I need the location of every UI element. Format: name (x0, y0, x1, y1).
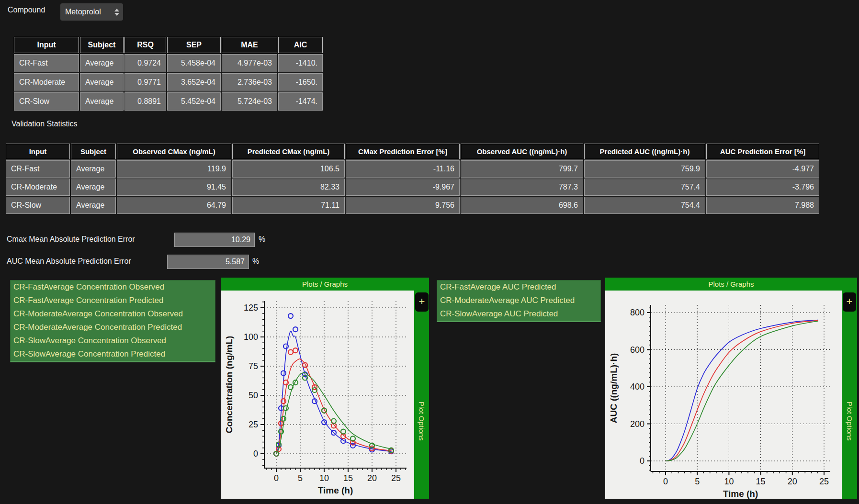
conc-chart: 05101520250255075100125Time (h)Concentra… (221, 291, 414, 499)
table-row: CR-Moderate Average 91.45 82.33 -9.967 7… (6, 179, 819, 196)
app-window: Compound Metoprolol Input Subject RSQ SE… (0, 0, 859, 504)
svg-text:0: 0 (663, 477, 668, 486)
svg-text:15: 15 (343, 473, 353, 483)
table-cell: 3.652e-04 (167, 73, 221, 91)
table-cell: 91.45 (117, 179, 231, 196)
table-cell: -1410. (278, 54, 323, 72)
column-header: Subject (80, 37, 124, 53)
svg-text:25: 25 (391, 473, 401, 483)
list-item[interactable]: CR-ModerateAverage Concentration Predict… (11, 321, 215, 334)
svg-text:Time (h): Time (h) (723, 489, 758, 499)
svg-text:200: 200 (630, 419, 644, 429)
svg-text:50: 50 (249, 391, 258, 400)
svg-text:10: 10 (724, 477, 734, 486)
auc-chart: 05101520250200400600800Time (h)AUC ((ng/… (605, 291, 842, 499)
column-header: MAE (222, 37, 277, 53)
svg-text:800: 800 (630, 308, 644, 317)
list-item[interactable]: CR-FastAverage Concentration Predicted (11, 294, 215, 307)
svg-text:25: 25 (819, 477, 829, 486)
plot-options-tab[interactable]: Plot Options (414, 369, 429, 474)
table-cell: 106.5 (232, 160, 345, 178)
table-cell: 119.9 (117, 160, 231, 178)
svg-text:AUC ((ng/mL)·h): AUC ((ng/mL)·h) (609, 353, 619, 424)
table-cell: -1474. (278, 92, 323, 111)
spinner-down-icon[interactable] (114, 13, 119, 16)
table-cell: -4.977 (706, 160, 819, 178)
compound-value: Metoprolol (65, 3, 101, 21)
table-cell: 82.33 (232, 179, 345, 196)
table-cell: 0.9771 (124, 73, 166, 91)
plot-options-tab[interactable]: Plot Options (842, 369, 857, 474)
table-cell: Average (80, 92, 124, 111)
column-header: RSQ (124, 37, 166, 53)
table-cell: 0.8891 (124, 92, 166, 111)
table-cell: 71.11 (232, 197, 345, 214)
list-item[interactable]: CR-FastAverage AUC Predicted (437, 280, 600, 294)
fit-table: Input Subject RSQ SEP MAE AIC CR-Fast Av… (13, 36, 324, 112)
fit-table-header-row: Input Subject RSQ SEP MAE AIC (14, 37, 323, 53)
compound-select[interactable]: Metoprolol (60, 3, 123, 21)
table-cell: 64.79 (117, 197, 231, 214)
svg-text:0: 0 (640, 456, 644, 466)
svg-text:10: 10 (319, 473, 329, 483)
table-cell: Average (71, 197, 116, 214)
table-cell: Average (71, 160, 116, 178)
svg-text:0: 0 (253, 449, 258, 459)
compound-label: Compound (8, 6, 45, 14)
validation-statistics-label: Validation Statistics (11, 120, 78, 128)
svg-text:100: 100 (244, 332, 258, 342)
table-cell: Average (71, 179, 116, 196)
svg-text:20: 20 (367, 473, 377, 483)
dropdown-spinner-icon[interactable] (114, 3, 119, 21)
table-row: CR-Fast Average 119.9 106.5 -11.16 799.7… (6, 160, 819, 178)
table-cell: -1650. (278, 73, 323, 91)
plot-panel-title: Plots / Graphs (605, 278, 857, 291)
table-cell: 5.452e-04 (167, 92, 221, 111)
table-cell: CR-Slow (6, 197, 70, 214)
column-header: Predicted CMax (ng/mL) (232, 144, 345, 159)
svg-text:125: 125 (244, 303, 258, 313)
svg-text:5: 5 (298, 473, 303, 483)
table-cell: 2.736e-03 (222, 73, 277, 91)
validation-table-header-row: Input Subject Observed CMax (ng/mL) Pred… (6, 144, 819, 159)
list-item[interactable]: CR-SlowAverage Concentration Predicted (11, 347, 215, 361)
table-cell: 0.9724 (124, 54, 166, 72)
table-cell: 5.724e-03 (222, 92, 277, 111)
svg-text:Concentration (ng/mL): Concentration (ng/mL) (224, 336, 234, 434)
table-cell: 698.6 (461, 197, 583, 214)
svg-text:15: 15 (756, 477, 766, 486)
column-header: Observed CMax (ng/mL) (117, 144, 231, 159)
table-cell: CR-Slow (14, 92, 79, 111)
column-header: AIC (278, 37, 323, 53)
table-cell: Average (80, 73, 124, 91)
column-header: SEP (167, 37, 221, 53)
svg-text:5: 5 (695, 477, 700, 486)
list-item[interactable]: CR-SlowAverage Concentration Observed (11, 334, 215, 347)
table-cell: CR-Moderate (14, 73, 79, 91)
auc-plot-area: 05101520250200400600800Time (h)AUC ((ng/… (605, 291, 842, 499)
svg-text:20: 20 (788, 477, 797, 486)
list-item[interactable]: CR-ModerateAverage Concentration Observe… (11, 307, 215, 321)
concentration-legend-list: CR-FastAverage Concentration Observed CR… (10, 280, 215, 362)
table-cell: 787.3 (461, 179, 583, 196)
add-plot-button[interactable]: + (415, 292, 429, 312)
concentration-plot-panel: Plots / Graphs 05101520250255075100125Ti… (221, 278, 429, 499)
add-plot-button[interactable]: + (843, 292, 856, 312)
column-header: CMax Prediction Error [%] (346, 144, 460, 159)
table-cell: 4.977e-03 (222, 54, 277, 72)
cmax-error-field[interactable]: 10.29 (174, 233, 255, 247)
table-row: CR-Fast Average 0.9724 5.458e-04 4.977e-… (14, 54, 323, 72)
cmax-error-label: Cmax Mean Absolute Prediction Error (7, 235, 135, 244)
column-header: Input (14, 37, 79, 53)
list-item[interactable]: CR-FastAverage Concentration Observed (11, 280, 215, 294)
auc-error-field[interactable]: 5.587 (167, 255, 249, 269)
table-cell: Average (80, 54, 124, 72)
table-cell: -9.967 (346, 179, 460, 196)
cmax-error-unit: % (259, 235, 265, 244)
validation-table: Input Subject Observed CMax (ng/mL) Pred… (5, 143, 820, 215)
table-cell: CR-Moderate (6, 179, 70, 196)
spinner-up-icon[interactable] (114, 9, 119, 11)
list-item[interactable]: CR-SlowAverage AUC Predicted (437, 307, 600, 321)
table-cell: 9.756 (346, 197, 460, 214)
list-item[interactable]: CR-ModerateAverage AUC Predicted (437, 294, 600, 307)
